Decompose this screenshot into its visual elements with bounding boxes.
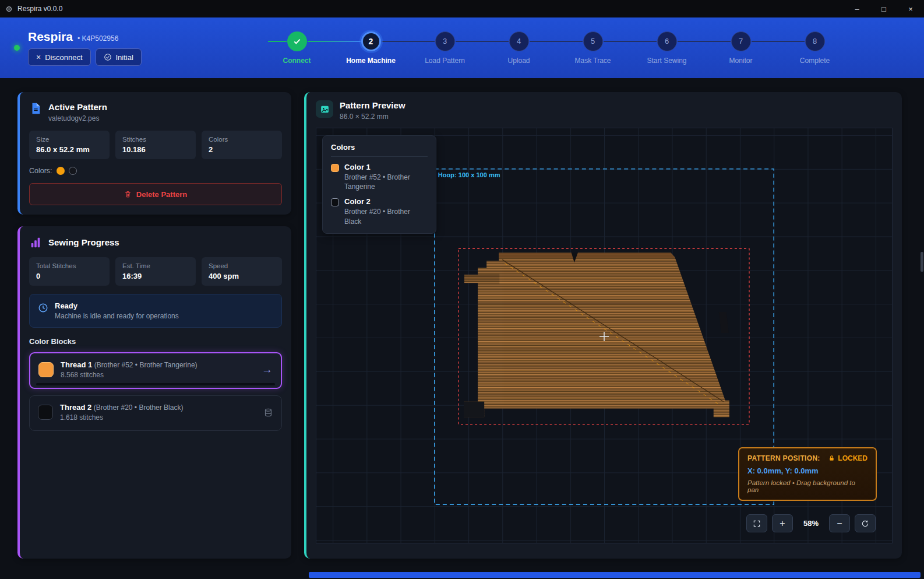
- active-pattern-panel: Active Pattern valetudogv2.pes Size 86.0…: [17, 92, 291, 215]
- stat-stitches: Stitches 10.186: [115, 131, 196, 159]
- step-label: Start Sewing: [647, 57, 686, 65]
- check-circle-icon: [104, 53, 112, 61]
- window-title: Respira v0.0.0: [17, 5, 62, 13]
- step-connector: [308, 41, 361, 42]
- black-detail-foot: [464, 402, 484, 417]
- step-upload[interactable]: 4 Upload: [482, 31, 556, 65]
- step-mask-trace[interactable]: 5 Mask Trace: [556, 31, 630, 65]
- position-hint: Pattern locked • Drag background to pan: [747, 479, 867, 493]
- zoom-in-button[interactable]: +: [772, 514, 793, 532]
- pattern-filename: valetudogv2.pes: [48, 114, 107, 122]
- panel-title: Sewing Progress: [48, 237, 119, 247]
- color-dot-orange: [57, 167, 65, 175]
- stat-speed: Speed 400 spm: [202, 257, 282, 286]
- step-label: Load Pattern: [425, 57, 465, 65]
- workflow-stepper: Connect 2 Home Machine 3 Load Pattern 4 …: [260, 31, 852, 65]
- minimize-button[interactable]: –: [844, 0, 870, 17]
- app-header: Respira • K4P502956 × Disconnect Initial: [0, 17, 924, 78]
- colors-label: Colors:: [29, 167, 52, 175]
- fit-view-button[interactable]: [746, 514, 767, 532]
- machine-serial: • K4P502956: [77, 34, 118, 43]
- step-connector: [604, 41, 657, 42]
- step-circle: 7: [731, 31, 751, 51]
- step-circle-active: 2: [361, 31, 381, 51]
- step-circle: 5: [583, 31, 603, 51]
- initial-button[interactable]: Initial: [96, 48, 142, 66]
- zoom-level: 58%: [798, 519, 824, 528]
- zoom-out-button[interactable]: −: [829, 514, 850, 532]
- lock-icon: [828, 455, 835, 462]
- app-name: Respira: [28, 30, 73, 44]
- step-circle-complete: [287, 31, 307, 51]
- color-swatch: [331, 198, 339, 206]
- step-label: Mask Trace: [574, 57, 611, 65]
- maximize-button[interactable]: □: [870, 0, 897, 17]
- step-complete[interactable]: 8 Complete: [778, 31, 852, 65]
- disconnect-button[interactable]: × Disconnect: [28, 48, 91, 66]
- step-label: Connect: [283, 57, 311, 65]
- connection-status-dot: [14, 45, 20, 51]
- locked-badge: LOCKED: [828, 454, 867, 462]
- step-connector: [382, 41, 435, 42]
- thread-swatch: [38, 362, 54, 377]
- app-icon: [0, 5, 17, 13]
- step-start-sewing[interactable]: 6 Start Sewing: [630, 31, 704, 65]
- step-circle: 6: [657, 31, 677, 51]
- clock-icon: [38, 303, 48, 313]
- step-connector: [530, 41, 583, 42]
- delete-pattern-button[interactable]: Delete Pattern: [29, 183, 282, 205]
- color-dot-black: [69, 167, 77, 175]
- stat-colors: Colors 2: [202, 131, 282, 159]
- check-icon: [292, 37, 302, 46]
- hoop-label: Hoop: 100 x 100 mm: [438, 171, 500, 178]
- thread-1-card[interactable]: Thread 1 (Brother #52 • Brother Tangerin…: [29, 352, 282, 389]
- step-circle: 8: [805, 31, 825, 51]
- step-label: Complete: [800, 57, 830, 65]
- image-icon: [320, 104, 330, 114]
- bar-chart-icon: [29, 236, 42, 249]
- stat-est-time: Est. Time 16:39: [115, 257, 196, 286]
- panel-title: Pattern Preview: [340, 100, 405, 110]
- panel-title: Active Pattern: [48, 102, 107, 112]
- step-connector: [456, 41, 509, 42]
- arrow-right-icon: →: [262, 363, 273, 376]
- pattern-preview-panel: Pattern Preview 86.0 × 52.2 mm: [304, 92, 902, 559]
- pattern-position-box: PATTERN POSITION: LOCKED X: 0.0mm, Y: 0.…: [738, 447, 877, 501]
- legend-item-color-1: Color 1 Brother #52 • Brother Tangerine: [331, 163, 428, 191]
- step-load-pattern[interactable]: 3 Load Pattern: [408, 31, 482, 65]
- vertical-scrollbar-thumb[interactable]: [921, 252, 923, 272]
- step-label: Home Machine: [346, 57, 396, 65]
- position-title: PATTERN POSITION:: [747, 454, 820, 462]
- colors-legend: Colors Color 1 Brother #52 • Brother Tan…: [322, 135, 436, 234]
- color-blocks-heading: Color Blocks: [29, 337, 282, 346]
- horizontal-scrollbar[interactable]: [309, 572, 921, 578]
- thread-progress-track: [36, 383, 275, 385]
- step-home-machine[interactable]: 2 Home Machine: [334, 31, 408, 65]
- refresh-view-button[interactable]: [855, 514, 876, 532]
- x-icon: ×: [36, 52, 41, 62]
- step-circle: 4: [509, 31, 529, 51]
- step-label: Upload: [507, 57, 530, 65]
- database-icon: [263, 408, 273, 417]
- sewing-progress-panel: Sewing Progress Total Stitches 0 Est. Ti…: [17, 226, 291, 559]
- color-swatch: [331, 164, 339, 172]
- step-connect[interactable]: Connect: [260, 31, 334, 65]
- machine-status: Ready Machine is idle and ready for oper…: [29, 294, 282, 328]
- close-button[interactable]: ×: [897, 0, 924, 17]
- step-connector: [268, 41, 287, 42]
- status-title: Ready: [55, 301, 179, 310]
- step-monitor[interactable]: 7 Monitor: [704, 31, 778, 65]
- step-connector: [752, 41, 805, 42]
- pattern-dimensions: 86.0 × 52.2 mm: [340, 113, 405, 121]
- trash-icon: [124, 190, 132, 198]
- document-icon: [29, 102, 42, 115]
- refresh-icon: [861, 520, 869, 528]
- status-description: Machine is idle and ready for operations: [55, 312, 179, 320]
- step-label: Monitor: [729, 57, 752, 65]
- thread-swatch: [38, 405, 53, 420]
- fit-view-icon: [753, 520, 761, 528]
- step-circle: 3: [435, 31, 455, 51]
- window-titlebar: Respira v0.0.0 – □ ×: [0, 0, 924, 17]
- preview-canvas[interactable]: Hoop: 100 x 100 mm: [316, 128, 893, 543]
- thread-2-card[interactable]: Thread 2 (Brother #20 • Brother Black) 1…: [29, 395, 282, 431]
